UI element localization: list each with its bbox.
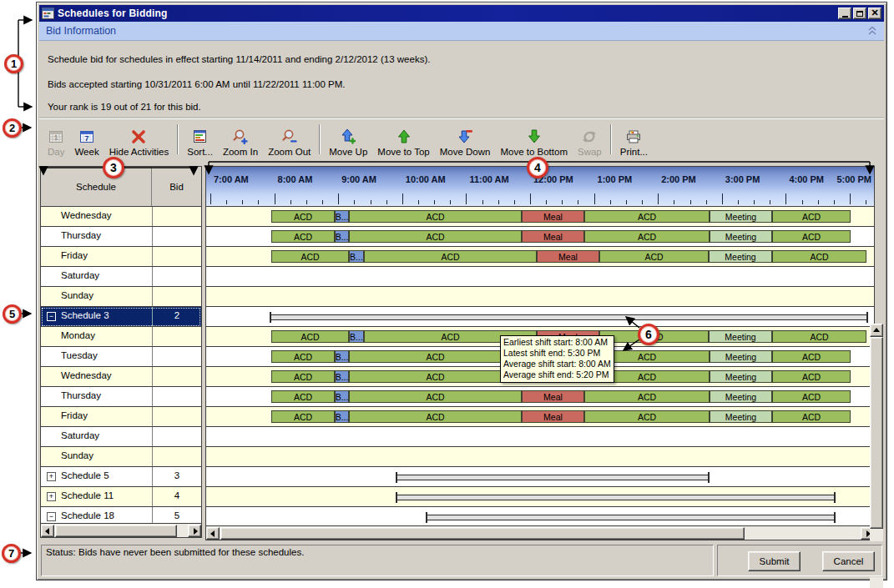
activity-bar-acd[interactable]: ACD: [599, 250, 709, 263]
toolbar-button-hide-activities[interactable]: Hide Activities: [104, 121, 174, 158]
activity-bar-meeting[interactable]: Meeting: [709, 250, 772, 263]
toolbar-button-move-down[interactable]: Move Down: [435, 121, 496, 158]
day-row-friday[interactable]: Friday: [41, 407, 201, 427]
activity-bar-meal[interactable]: Meal: [522, 230, 584, 243]
schedule-row-schedule-18[interactable]: −Schedule 185: [41, 507, 201, 524]
gantt-horizontal-scrollbar[interactable]: [206, 525, 874, 540]
activity-bar-acd[interactable]: ACD: [772, 390, 851, 403]
activity-bar-acd[interactable]: ACD: [584, 210, 710, 223]
activity-bar-break[interactable]: B...: [335, 230, 349, 243]
shift-span-summary-bar[interactable]: [396, 475, 710, 480]
activity-bar-acd[interactable]: ACD: [584, 230, 710, 243]
double-chevron-up-icon[interactable]: [867, 26, 877, 36]
activity-bar-acd[interactable]: ACD: [271, 330, 349, 343]
schedule-row-schedule-11[interactable]: +Schedule 114: [41, 487, 201, 507]
activity-bar-acd[interactable]: ACD: [271, 230, 335, 243]
day-row-monday[interactable]: Monday: [41, 327, 201, 347]
column-header-schedule[interactable]: Schedule: [41, 167, 152, 206]
activity-bar-acd[interactable]: ACD: [349, 390, 522, 403]
activity-bar-break[interactable]: B...: [335, 370, 349, 383]
scroll-left-button[interactable]: [41, 525, 54, 537]
activity-bar-meeting[interactable]: Meeting: [710, 370, 772, 383]
activity-bar-break[interactable]: B...: [349, 250, 364, 263]
day-row-sunday[interactable]: Sunday: [41, 287, 201, 307]
toolbar-button-zoom-in[interactable]: Zoom In: [218, 121, 263, 158]
scrollbar-thumb[interactable]: [220, 527, 745, 540]
day-row-thursday[interactable]: Thursday: [41, 387, 201, 407]
activity-bar-meeting[interactable]: Meeting: [710, 390, 772, 403]
bid-information-header[interactable]: Bid Information: [39, 22, 884, 41]
activity-bar-acd[interactable]: ACD: [271, 250, 349, 263]
activity-bar-break[interactable]: B...: [335, 410, 349, 423]
day-row-wednesday[interactable]: Wednesday: [41, 367, 201, 387]
toolbar-button-move-up[interactable]: Move Up: [324, 121, 372, 158]
activity-bar-acd[interactable]: ACD: [271, 390, 335, 403]
activity-bar-acd[interactable]: ACD: [772, 410, 851, 423]
activity-bar-acd[interactable]: ACD: [271, 410, 335, 423]
scroll-right-button[interactable]: [188, 525, 201, 537]
collapse-icon[interactable]: −: [47, 512, 56, 521]
day-row-friday[interactable]: Friday: [41, 247, 201, 267]
activity-bar-acd[interactable]: ACD: [772, 230, 851, 243]
activity-bar-meeting[interactable]: Meeting: [710, 230, 772, 243]
schedule-table-horizontal-scrollbar[interactable]: [41, 523, 201, 537]
activity-bar-acd[interactable]: ACD: [349, 370, 522, 383]
submit-button[interactable]: Submit: [748, 551, 801, 571]
activity-bar-acd[interactable]: ACD: [772, 350, 851, 363]
shift-span-summary-bar[interactable]: [426, 515, 836, 520]
scrollbar-thumb[interactable]: [870, 337, 883, 529]
activity-bar-acd[interactable]: ACD: [271, 210, 335, 223]
activity-bar-meeting[interactable]: Meeting: [710, 210, 772, 223]
day-row-wednesday[interactable]: Wednesday: [41, 207, 201, 227]
activity-bar-break[interactable]: B...: [335, 390, 349, 403]
activity-bar-meeting[interactable]: Meeting: [710, 410, 772, 423]
shift-span-summary-bar[interactable]: [270, 314, 868, 320]
day-row-saturday[interactable]: Saturday: [41, 267, 201, 287]
activity-bar-meal[interactable]: Meal: [522, 390, 584, 403]
activity-bar-break[interactable]: B...: [349, 330, 364, 343]
activity-bar-acd[interactable]: ACD: [772, 210, 851, 223]
activity-bar-acd[interactable]: ACD: [349, 410, 522, 423]
cancel-button[interactable]: Cancel: [822, 551, 875, 571]
scrollbar-thumb[interactable]: [55, 525, 177, 537]
toolbar-button-print[interactable]: Print...: [615, 121, 653, 158]
activity-bar-meal[interactable]: Meal: [522, 210, 584, 223]
close-button[interactable]: ✕: [868, 8, 881, 19]
day-row-tuesday[interactable]: Tuesday: [41, 347, 201, 367]
toolbar-button-move-to-bottom[interactable]: Move to Bottom: [495, 121, 573, 158]
activity-bar-meeting[interactable]: Meeting: [709, 330, 772, 343]
schedule-row-schedule-3[interactable]: −Schedule 32: [41, 307, 201, 327]
activity-bar-acd[interactable]: ACD: [364, 250, 537, 263]
activity-bar-acd[interactable]: ACD: [349, 230, 522, 243]
maximize-button[interactable]: [853, 8, 866, 19]
toolbar-button-move-to-top[interactable]: Move to Top: [372, 121, 434, 158]
activity-bar-break[interactable]: B...: [335, 350, 349, 363]
activity-bar-acd[interactable]: ACD: [584, 410, 710, 423]
collapse-icon[interactable]: −: [47, 312, 56, 321]
expand-icon[interactable]: +: [47, 472, 56, 481]
activity-bar-break[interactable]: B...: [335, 210, 349, 223]
activity-bar-acd[interactable]: ACD: [271, 350, 335, 363]
expand-icon[interactable]: +: [47, 492, 56, 501]
schedule-row-schedule-5[interactable]: +Schedule 53: [41, 467, 201, 487]
toolbar-button-week[interactable]: 7Week: [69, 121, 104, 158]
shift-span-summary-bar[interactable]: [396, 495, 836, 500]
activity-bar-acd[interactable]: ACD: [772, 330, 866, 343]
day-row-thursday[interactable]: Thursday: [41, 227, 201, 247]
activity-bar-meal[interactable]: Meal: [537, 250, 599, 263]
activity-bar-acd[interactable]: ACD: [349, 350, 522, 363]
activity-bar-acd[interactable]: ACD: [772, 250, 866, 263]
minimize-button[interactable]: [838, 8, 851, 19]
activity-bar-acd[interactable]: ACD: [349, 210, 522, 223]
activity-bar-acd[interactable]: ACD: [772, 370, 851, 383]
scroll-left-button[interactable]: [206, 527, 220, 540]
title-bar[interactable]: Schedules for Bidding ✕: [39, 5, 884, 22]
toolbar-button-sort[interactable]: Sort...: [182, 121, 218, 158]
column-header-bid[interactable]: Bid: [152, 167, 201, 206]
activity-bar-meal[interactable]: Meal: [522, 410, 584, 423]
activity-bar-meeting[interactable]: Meeting: [710, 350, 772, 363]
toolbar-button-zoom-out[interactable]: Zoom Out: [263, 121, 316, 158]
day-row-sunday[interactable]: Sunday: [41, 447, 201, 467]
scroll-up-button[interactable]: [870, 324, 883, 337]
activity-bar-acd[interactable]: ACD: [584, 390, 710, 403]
